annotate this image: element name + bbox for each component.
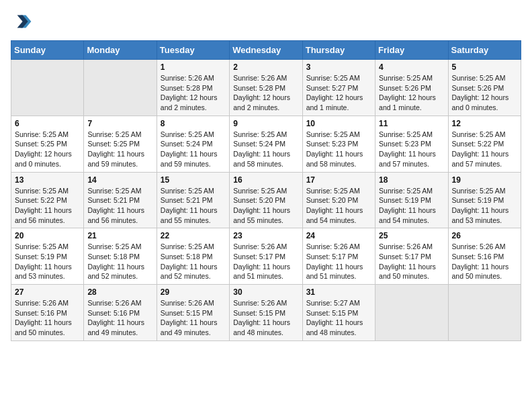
day-info: Sunrise: 5:25 AMSunset: 5:22 PMDaylight:… bbox=[452, 130, 517, 169]
weekday-header-monday: Monday bbox=[84, 41, 157, 60]
day-cell: 9Sunrise: 5:25 AMSunset: 5:24 PMDaylight… bbox=[230, 116, 302, 172]
day-number: 19 bbox=[452, 175, 517, 185]
day-info: Sunrise: 5:25 AMSunset: 5:21 PMDaylight:… bbox=[87, 186, 152, 226]
day-info: Sunrise: 5:26 AMSunset: 5:15 PMDaylight:… bbox=[233, 298, 298, 338]
week-row-3: 13Sunrise: 5:25 AMSunset: 5:22 PMDayligh… bbox=[11, 172, 521, 228]
day-number: 8 bbox=[161, 119, 226, 128]
day-cell: 20Sunrise: 5:25 AMSunset: 5:19 PMDayligh… bbox=[11, 228, 84, 285]
day-number: 4 bbox=[379, 62, 444, 72]
day-cell: 23Sunrise: 5:26 AMSunset: 5:17 PMDayligh… bbox=[230, 228, 302, 285]
day-number: 16 bbox=[233, 175, 298, 185]
day-cell: 19Sunrise: 5:25 AMSunset: 5:19 PMDayligh… bbox=[448, 172, 521, 228]
day-number: 7 bbox=[87, 119, 152, 128]
day-number: 30 bbox=[233, 287, 298, 297]
day-number: 17 bbox=[306, 175, 371, 185]
day-info: Sunrise: 5:25 AMSunset: 5:18 PMDaylight:… bbox=[87, 242, 152, 281]
day-cell: 26Sunrise: 5:26 AMSunset: 5:16 PMDayligh… bbox=[448, 228, 521, 285]
day-cell: 30Sunrise: 5:26 AMSunset: 5:15 PMDayligh… bbox=[230, 285, 302, 341]
day-cell: 27Sunrise: 5:26 AMSunset: 5:16 PMDayligh… bbox=[11, 285, 84, 341]
day-cell: 2Sunrise: 5:26 AMSunset: 5:28 PMDaylight… bbox=[230, 60, 302, 116]
logo bbox=[11, 11, 35, 32]
weekday-header-tuesday: Tuesday bbox=[157, 41, 229, 60]
day-info: Sunrise: 5:25 AMSunset: 5:19 PMDaylight:… bbox=[15, 242, 80, 281]
weekday-header-friday: Friday bbox=[375, 41, 448, 60]
day-info: Sunrise: 5:26 AMSunset: 5:28 PMDaylight:… bbox=[161, 73, 226, 113]
day-number: 31 bbox=[306, 287, 371, 297]
day-number: 3 bbox=[306, 62, 371, 72]
day-info: Sunrise: 5:26 AMSunset: 5:16 PMDaylight:… bbox=[87, 298, 152, 338]
day-cell: 10Sunrise: 5:25 AMSunset: 5:23 PMDayligh… bbox=[302, 116, 375, 172]
day-info: Sunrise: 5:25 AMSunset: 5:23 PMDaylight:… bbox=[379, 130, 444, 169]
calendar: SundayMondayTuesdayWednesdayThursdayFrid… bbox=[11, 40, 521, 341]
day-info: Sunrise: 5:25 AMSunset: 5:18 PMDaylight:… bbox=[161, 242, 226, 281]
day-cell: 17Sunrise: 5:25 AMSunset: 5:20 PMDayligh… bbox=[302, 172, 375, 228]
week-row-2: 6Sunrise: 5:25 AMSunset: 5:25 PMDaylight… bbox=[11, 116, 521, 172]
day-cell: 5Sunrise: 5:25 AMSunset: 5:26 PMDaylight… bbox=[448, 60, 521, 116]
day-info: Sunrise: 5:25 AMSunset: 5:26 PMDaylight:… bbox=[379, 73, 444, 113]
logo-icon bbox=[11, 11, 32, 32]
weekday-header-sunday: Sunday bbox=[11, 41, 84, 60]
day-cell: 29Sunrise: 5:26 AMSunset: 5:15 PMDayligh… bbox=[157, 285, 229, 341]
week-row-5: 27Sunrise: 5:26 AMSunset: 5:16 PMDayligh… bbox=[11, 285, 521, 341]
day-number: 15 bbox=[161, 175, 226, 185]
weekday-header-row: SundayMondayTuesdayWednesdayThursdayFrid… bbox=[11, 41, 521, 60]
day-cell: 15Sunrise: 5:25 AMSunset: 5:21 PMDayligh… bbox=[157, 172, 229, 228]
day-number: 27 bbox=[15, 287, 80, 297]
day-cell bbox=[84, 60, 157, 116]
day-info: Sunrise: 5:25 AMSunset: 5:25 PMDaylight:… bbox=[87, 130, 152, 169]
day-number: 25 bbox=[379, 231, 444, 240]
day-info: Sunrise: 5:26 AMSunset: 5:16 PMDaylight:… bbox=[452, 242, 517, 281]
day-info: Sunrise: 5:25 AMSunset: 5:19 PMDaylight:… bbox=[379, 186, 444, 226]
day-number: 10 bbox=[306, 119, 371, 128]
day-info: Sunrise: 5:25 AMSunset: 5:24 PMDaylight:… bbox=[161, 130, 226, 169]
weekday-header-wednesday: Wednesday bbox=[230, 41, 302, 60]
weekday-header-saturday: Saturday bbox=[448, 41, 521, 60]
weekday-header-thursday: Thursday bbox=[302, 41, 375, 60]
day-number: 12 bbox=[452, 119, 517, 128]
day-cell bbox=[448, 285, 521, 341]
page-header bbox=[11, 11, 521, 32]
day-info: Sunrise: 5:25 AMSunset: 5:20 PMDaylight:… bbox=[233, 186, 298, 226]
day-cell: 14Sunrise: 5:25 AMSunset: 5:21 PMDayligh… bbox=[84, 172, 157, 228]
day-info: Sunrise: 5:25 AMSunset: 5:24 PMDaylight:… bbox=[233, 130, 298, 169]
day-cell: 31Sunrise: 5:27 AMSunset: 5:15 PMDayligh… bbox=[302, 285, 375, 341]
day-number: 24 bbox=[306, 231, 371, 240]
day-cell: 13Sunrise: 5:25 AMSunset: 5:22 PMDayligh… bbox=[11, 172, 84, 228]
day-info: Sunrise: 5:25 AMSunset: 5:21 PMDaylight:… bbox=[161, 186, 226, 226]
day-info: Sunrise: 5:26 AMSunset: 5:28 PMDaylight:… bbox=[233, 73, 298, 113]
day-info: Sunrise: 5:26 AMSunset: 5:17 PMDaylight:… bbox=[233, 242, 298, 281]
day-cell: 28Sunrise: 5:26 AMSunset: 5:16 PMDayligh… bbox=[84, 285, 157, 341]
day-info: Sunrise: 5:26 AMSunset: 5:16 PMDaylight:… bbox=[15, 298, 80, 338]
day-cell: 6Sunrise: 5:25 AMSunset: 5:25 PMDaylight… bbox=[11, 116, 84, 172]
day-number: 26 bbox=[452, 231, 517, 240]
day-cell bbox=[375, 285, 448, 341]
day-cell: 1Sunrise: 5:26 AMSunset: 5:28 PMDaylight… bbox=[157, 60, 229, 116]
day-cell: 16Sunrise: 5:25 AMSunset: 5:20 PMDayligh… bbox=[230, 172, 302, 228]
day-number: 6 bbox=[15, 119, 80, 128]
day-cell: 22Sunrise: 5:25 AMSunset: 5:18 PMDayligh… bbox=[157, 228, 229, 285]
day-cell: 11Sunrise: 5:25 AMSunset: 5:23 PMDayligh… bbox=[375, 116, 448, 172]
day-number: 14 bbox=[87, 175, 152, 185]
day-number: 1 bbox=[161, 62, 226, 72]
day-number: 2 bbox=[233, 62, 298, 72]
day-cell: 25Sunrise: 5:26 AMSunset: 5:17 PMDayligh… bbox=[375, 228, 448, 285]
day-info: Sunrise: 5:27 AMSunset: 5:15 PMDaylight:… bbox=[306, 298, 371, 338]
week-row-1: 1Sunrise: 5:26 AMSunset: 5:28 PMDaylight… bbox=[11, 60, 521, 116]
day-number: 5 bbox=[452, 62, 517, 72]
day-number: 23 bbox=[233, 231, 298, 240]
day-cell: 3Sunrise: 5:25 AMSunset: 5:27 PMDaylight… bbox=[302, 60, 375, 116]
day-info: Sunrise: 5:25 AMSunset: 5:25 PMDaylight:… bbox=[15, 130, 80, 169]
day-cell: 21Sunrise: 5:25 AMSunset: 5:18 PMDayligh… bbox=[84, 228, 157, 285]
week-row-4: 20Sunrise: 5:25 AMSunset: 5:19 PMDayligh… bbox=[11, 228, 521, 285]
day-info: Sunrise: 5:25 AMSunset: 5:22 PMDaylight:… bbox=[15, 186, 80, 226]
day-number: 21 bbox=[87, 231, 152, 240]
day-info: Sunrise: 5:26 AMSunset: 5:17 PMDaylight:… bbox=[306, 242, 371, 281]
day-cell bbox=[11, 60, 84, 116]
day-cell: 4Sunrise: 5:25 AMSunset: 5:26 PMDaylight… bbox=[375, 60, 448, 116]
day-info: Sunrise: 5:25 AMSunset: 5:23 PMDaylight:… bbox=[306, 130, 371, 169]
day-cell: 7Sunrise: 5:25 AMSunset: 5:25 PMDaylight… bbox=[84, 116, 157, 172]
day-number: 18 bbox=[379, 175, 444, 185]
day-info: Sunrise: 5:25 AMSunset: 5:20 PMDaylight:… bbox=[306, 186, 371, 226]
day-info: Sunrise: 5:25 AMSunset: 5:27 PMDaylight:… bbox=[306, 73, 371, 113]
day-info: Sunrise: 5:26 AMSunset: 5:15 PMDaylight:… bbox=[161, 298, 226, 338]
